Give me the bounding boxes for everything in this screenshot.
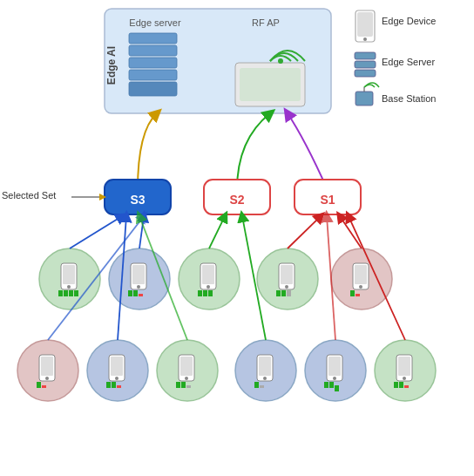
svg-rect-31	[132, 265, 145, 284]
svg-point-46	[285, 285, 288, 289]
s1-label: S1	[320, 193, 335, 207]
svg-rect-1	[357, 12, 373, 37]
svg-point-24	[67, 285, 71, 289]
svg-rect-93	[394, 382, 398, 388]
svg-rect-58	[41, 357, 53, 376]
svg-rect-28	[74, 290, 78, 296]
svg-rect-84	[328, 357, 341, 376]
svg-rect-41	[203, 290, 207, 296]
svg-point-2	[363, 37, 367, 41]
svg-rect-25	[58, 290, 63, 296]
svg-point-92	[403, 377, 406, 380]
svg-rect-9	[129, 33, 177, 44]
svg-rect-34	[133, 290, 138, 296]
svg-rect-61	[42, 385, 46, 388]
svg-rect-40	[198, 290, 202, 296]
svg-point-39	[207, 285, 210, 289]
diagram-canvas: Edge Device Edge Server Base Station Edg…	[0, 0, 474, 476]
svg-point-85	[333, 377, 336, 380]
svg-rect-6	[356, 92, 373, 105]
svg-rect-4	[355, 61, 376, 68]
svg-rect-60	[37, 382, 41, 388]
svg-rect-5	[355, 70, 376, 77]
svg-rect-74	[181, 382, 186, 388]
svg-rect-35	[139, 294, 143, 296]
svg-rect-27	[69, 290, 73, 296]
svg-rect-12	[129, 70, 177, 80]
svg-rect-88	[335, 385, 339, 391]
svg-rect-3	[355, 52, 376, 59]
svg-point-65	[115, 377, 118, 380]
svg-rect-48	[281, 290, 286, 296]
svg-rect-52	[355, 265, 367, 284]
edge-ai-label: Edge AI	[105, 46, 118, 85]
edge-server-label-box: Edge server	[129, 17, 181, 28]
svg-rect-81	[260, 385, 264, 388]
svg-rect-42	[208, 290, 213, 296]
svg-rect-55	[356, 294, 360, 296]
svg-rect-68	[117, 385, 121, 388]
svg-rect-47	[276, 290, 281, 296]
svg-rect-66	[106, 382, 111, 388]
svg-point-59	[45, 377, 49, 380]
svg-rect-78	[259, 357, 271, 376]
selected-set-label: Selected Set	[2, 190, 56, 201]
svg-rect-10	[129, 45, 177, 56]
svg-rect-26	[64, 290, 68, 296]
svg-rect-73	[176, 382, 180, 388]
rf-ap-label: RF AP	[252, 17, 280, 28]
svg-rect-71	[180, 357, 193, 376]
svg-rect-95	[404, 385, 409, 388]
svg-rect-80	[254, 382, 259, 388]
svg-rect-91	[398, 357, 410, 376]
svg-point-32	[137, 285, 140, 289]
svg-rect-38	[202, 265, 214, 284]
svg-rect-54	[350, 290, 355, 296]
svg-rect-33	[128, 290, 132, 296]
svg-point-53	[359, 285, 362, 289]
s2-label: S2	[229, 193, 244, 207]
svg-rect-49	[287, 290, 291, 296]
svg-rect-75	[186, 385, 191, 388]
svg-rect-11	[129, 58, 177, 68]
svg-rect-15	[240, 68, 301, 101]
svg-rect-87	[329, 382, 334, 388]
svg-rect-94	[399, 382, 403, 388]
legend-edge-server: Edge Server	[382, 57, 435, 67]
svg-rect-13	[129, 82, 177, 96]
legend-base-station: Base Station	[382, 93, 436, 104]
svg-rect-45	[281, 265, 293, 284]
legend-edge-device: Edge Device	[382, 16, 436, 26]
svg-rect-67	[112, 382, 116, 388]
svg-rect-86	[324, 382, 328, 388]
svg-point-79	[263, 377, 267, 380]
svg-rect-64	[111, 357, 123, 376]
svg-point-16	[278, 58, 283, 64]
s3-label: S3	[130, 193, 145, 207]
svg-rect-23	[63, 265, 75, 284]
svg-point-72	[185, 377, 188, 380]
